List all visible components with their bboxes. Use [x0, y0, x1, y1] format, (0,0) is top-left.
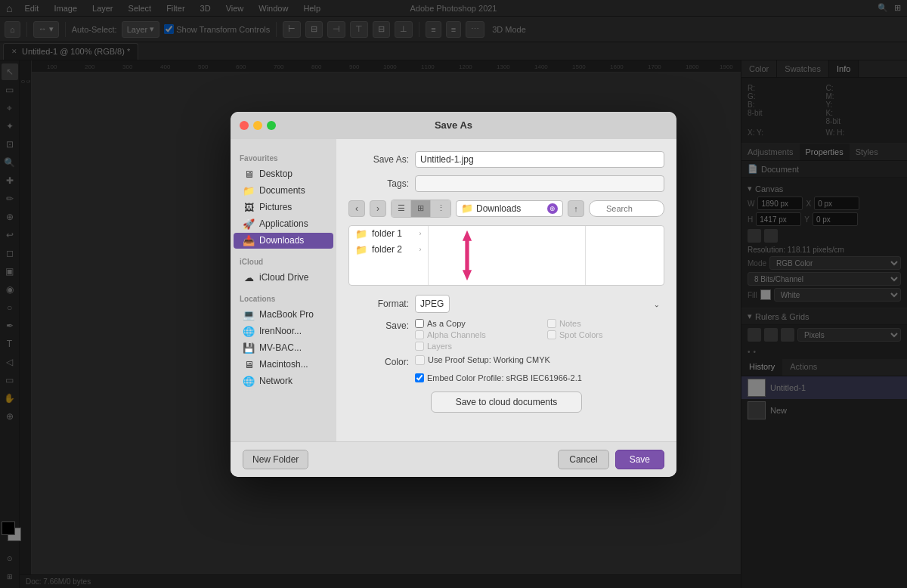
color-section-label: Color:	[348, 355, 409, 367]
macintosh-icon: 🖥	[243, 359, 255, 370]
file-col-1: 📁 folder 1 › 📁 folder 2 ›	[349, 226, 429, 285]
dialog-title: Save As	[435, 119, 472, 131]
embed-profile-label[interactable]: Embed Color Profile: sRGB IEC61966-2.1	[415, 373, 582, 382]
sidebar-item-macintosh[interactable]: 🖥 Macintosh...	[234, 357, 333, 373]
save-options-label: Save:	[348, 319, 409, 331]
sidebar-item-icloud[interactable]: ☁ iCloud Drive	[234, 270, 333, 286]
pictures-icon: 🖼	[243, 202, 255, 213]
save-options-grid: As a Copy Notes Alpha Channels Spot	[415, 319, 664, 351]
format-row: Format: JPEG PNG PSD TIFF	[348, 295, 664, 313]
notes-checkbox[interactable]	[547, 319, 556, 328]
embed-row: Embed Color Profile: sRGB IEC61966-2.1	[348, 373, 664, 382]
save-as-input[interactable]	[415, 151, 664, 168]
embed-profile-checkbox[interactable]	[415, 373, 424, 382]
view-grid-btn[interactable]: ⊞	[411, 200, 431, 217]
folder1-icon: 📁	[355, 228, 367, 240]
format-select[interactable]: JPEG PNG PSD TIFF	[415, 295, 450, 313]
option-as-copy[interactable]: As a Copy	[415, 319, 532, 328]
file-item-folder2[interactable]: 📁 folder 2 ›	[349, 242, 428, 258]
applications-icon: 🚀	[243, 218, 255, 230]
format-select-wrapper: JPEG PNG PSD TIFF	[415, 295, 664, 313]
dialog-body: Favourites 🖥 Desktop 📁 Documents 🖼 Pictu…	[231, 139, 676, 441]
sidebar-item-applications[interactable]: 🚀 Applications	[234, 216, 333, 232]
view-list-btn[interactable]: ☰	[392, 200, 411, 217]
sidebar-label-mvbac: MV-BAC...	[259, 342, 302, 353]
layers-checkbox[interactable]	[415, 342, 424, 351]
dialog-min-btn[interactable]	[253, 121, 262, 130]
option-alpha-channels[interactable]: Alpha Channels	[415, 330, 532, 339]
network-icon: 🌐	[243, 376, 255, 387]
dialog-overlay: Save As Favourites 🖥 Desktop 📁 Documents…	[0, 0, 907, 588]
save-btn[interactable]: Save	[615, 450, 664, 469]
view-column-btn[interactable]: ⋮	[431, 200, 450, 217]
sidebar-label-icloud: iCloud Drive	[259, 272, 308, 283]
sidebar-item-desktop[interactable]: 🖥 Desktop	[234, 166, 333, 182]
file-col-3	[586, 226, 664, 285]
option-layers[interactable]: Layers	[415, 342, 532, 351]
footer-right-buttons: Cancel Save	[558, 450, 664, 469]
arrow-area	[429, 226, 507, 285]
save-options-row: Save: As a Copy Notes Alpha Channels	[348, 319, 664, 351]
file-col-2	[506, 226, 586, 285]
search-wrapper: 🔍	[589, 200, 664, 217]
dialog-close-btn[interactable]	[240, 121, 249, 130]
folder2-label: folder 2	[372, 244, 402, 255]
tags-label: Tags:	[348, 178, 409, 189]
sidebar-label-network: Network	[259, 376, 293, 386]
save-as-row: Save As:	[348, 151, 664, 168]
dialog-max-btn[interactable]	[267, 121, 276, 130]
dialog-footer: New Folder Cancel Save	[231, 441, 676, 477]
sidebar-label-applications: Applications	[259, 218, 308, 229]
downloads-icon: 📥	[243, 235, 255, 246]
sidebar-item-pictures[interactable]: 🖼 Pictures	[234, 200, 333, 215]
view-toggle: ☰ ⊞ ⋮	[391, 200, 451, 218]
option-spot-colors[interactable]: Spot Colors	[547, 330, 664, 339]
cancel-btn[interactable]: Cancel	[558, 450, 608, 469]
search-input[interactable]	[589, 200, 664, 217]
sidebar-item-network[interactable]: 🌐 Network	[234, 373, 333, 389]
save-as-label: Save As:	[348, 154, 409, 165]
nav-forward-btn[interactable]: ›	[370, 200, 386, 217]
new-folder-btn[interactable]: New Folder	[243, 450, 308, 469]
sidebar-item-downloads[interactable]: 📥 Downloads	[234, 233, 333, 249]
nav-back-btn[interactable]: ‹	[348, 200, 365, 217]
spot-colors-checkbox[interactable]	[547, 330, 556, 339]
location-chevron-btn[interactable]: ⊕	[547, 203, 558, 214]
sidebar-label-macintosh: Macintosh...	[259, 359, 308, 370]
format-label: Format:	[348, 299, 409, 309]
icloud-icon: ☁	[243, 272, 255, 283]
documents-icon: 📁	[243, 185, 255, 197]
browser-toolbar: ‹ › ☰ ⊞ ⋮ 📁 Downloads ⊕ ↑ 🔍	[348, 200, 664, 218]
sidebar-item-mvbac[interactable]: 💾 MV-BAC...	[234, 340, 333, 356]
sidebar-item-macbook[interactable]: 💻 MacBook Pro	[234, 307, 333, 323]
dialog-sidebar: Favourites 🖥 Desktop 📁 Documents 🖼 Pictu…	[231, 139, 336, 441]
tags-row: Tags:	[348, 175, 664, 192]
folder1-chevron: ›	[419, 230, 422, 237]
sidebar-icloud-title: iCloud	[231, 255, 336, 269]
sidebar-item-irenoor[interactable]: 🌐 IrenNoor...	[234, 323, 333, 339]
folder2-chevron: ›	[419, 246, 422, 253]
file-item-folder1[interactable]: 📁 folder 1 ›	[349, 226, 428, 242]
tags-input[interactable]	[415, 175, 664, 192]
location-bar: 📁 Downloads ⊕	[456, 200, 563, 217]
alpha-checkbox[interactable]	[415, 330, 424, 339]
dialog-titlebar: Save As	[231, 112, 676, 139]
notes-label: Notes	[559, 319, 581, 328]
sidebar-locations-title: Locations	[231, 292, 336, 306]
option-use-proof[interactable]: Use Proof Setup: Working CMYK	[415, 355, 664, 365]
folder2-icon: 📁	[355, 244, 367, 255]
as-copy-checkbox[interactable]	[415, 319, 424, 328]
sidebar-label-macbook: MacBook Pro	[259, 309, 314, 320]
alpha-label: Alpha Channels	[427, 330, 486, 339]
save-cloud-btn[interactable]: Save to cloud documents	[431, 391, 582, 413]
folder-location-icon: 📁	[461, 203, 473, 214]
option-notes[interactable]: Notes	[547, 319, 664, 328]
sidebar-label-desktop: Desktop	[259, 169, 293, 179]
sidebar-label-documents: Documents	[259, 185, 305, 196]
svg-marker-0	[463, 230, 472, 255]
irenoor-icon: 🌐	[243, 326, 255, 337]
sidebar-item-documents[interactable]: 📁 Documents	[234, 183, 333, 199]
macbook-icon: 💻	[243, 309, 255, 320]
location-up-btn[interactable]: ↑	[568, 200, 584, 217]
use-proof-checkbox[interactable]	[415, 355, 425, 365]
